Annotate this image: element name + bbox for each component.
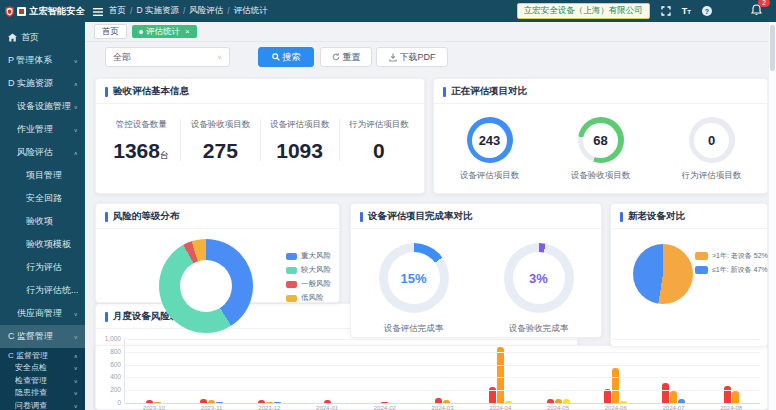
sidebar-item[interactable]: 行为评估统... [0, 279, 85, 302]
sidebar-item[interactable]: 设备设施管理∨ [0, 95, 85, 118]
gauge-chart: 15% [379, 243, 449, 313]
chevron-down-icon: ∨ [74, 58, 78, 64]
sidebar-menu: 首页P 管理体系∨D 实施资源∧设备设施管理∨作业管理∨风险评估∧项目管理安全回… [0, 22, 85, 348]
sidebar-item[interactable]: 验收项 [0, 210, 85, 233]
reset-button[interactable]: 重置 [320, 47, 372, 67]
bar-group: 2023-12 [240, 339, 298, 403]
help-icon[interactable]: ? [702, 6, 712, 16]
company-button[interactable]: 立宏安全设备（上海）有限公司 [517, 3, 650, 19]
risk-legend-swatch [286, 267, 297, 274]
bar [670, 391, 677, 403]
sidebar-item-label: 首页 [21, 31, 78, 44]
x-axis-tick-label: 2024-06 [587, 405, 645, 410]
card-device-age: 新老设备对比 >1年: 老设备 52% ≤1年: 新设备 47% [610, 203, 768, 347]
sidebar-item[interactable]: 行为评估 [0, 256, 85, 279]
notification-bell[interactable]: 2 [751, 2, 762, 20]
dashboard-app: 立宏智能安全 首页 / D 实施资源 / 风险评估 / 评估统计 立宏安全设备（… [0, 0, 776, 410]
chevron-down-icon: ∨ [74, 127, 78, 133]
sidebar-item-label: 行为评估统... [26, 284, 78, 297]
gauge-acceptance-completion: 3% 设备验收完成率 [484, 243, 594, 335]
gauge-chart: 3% [504, 243, 574, 313]
breadcrumb-item[interactable]: D 实施资源 [136, 5, 179, 17]
y-axis-tick-label: 200 [95, 387, 121, 394]
breadcrumb-item[interactable]: 风险评估 [189, 5, 223, 17]
tab-label: 评估统计 [146, 26, 180, 38]
sidebar-item-label: 行为评估 [26, 261, 78, 274]
gridline [125, 339, 760, 340]
sidebar-submenu-item[interactable]: 隐患排查∨ [0, 387, 85, 400]
scrollbar-thumb[interactable] [770, 25, 775, 71]
legend-item: ≤1年: 新设备 47% [695, 265, 768, 275]
sidebar-item[interactable]: D 实施资源∧ [0, 72, 85, 95]
page-scrollbar[interactable] [768, 22, 776, 410]
y-axis-tick-label: 1,000 [95, 336, 121, 343]
sidebar-submenu-item[interactable]: 检查管理∨ [0, 374, 85, 387]
risk-legend: 重大风险 较大风险 一般风险 低风险 [286, 251, 331, 307]
download-pdf-button[interactable]: 下载PDF [376, 47, 448, 67]
sidebar-item-label: 验收项模板 [26, 238, 78, 251]
card-title-bar [105, 212, 108, 222]
gauge-value: 15% [388, 252, 440, 304]
tab-bar: 首页 评估统计 × [85, 22, 776, 42]
gridline [125, 365, 760, 366]
card-title: 正在评估项目对比 [451, 85, 527, 98]
sidebar-item-label: 验收项 [26, 215, 78, 228]
gauge-value: 3% [513, 252, 565, 304]
progress-rings: 243 设备评估项目数 68 设备验收项目数 0 行为评估项目数 [434, 104, 767, 182]
fullscreen-icon[interactable] [661, 6, 671, 16]
gridline [125, 377, 760, 378]
breadcrumb-item[interactable]: 首页 [109, 5, 126, 17]
card-title-bar [105, 312, 108, 322]
sidebar-item-label: 风险评估 [17, 146, 74, 159]
x-axis-tick-label: 2024-04 [471, 405, 529, 410]
y-axis-tick-label: 800 [95, 349, 121, 356]
bar-group: 2024-02 [356, 339, 414, 403]
sidebar-submenu-item[interactable]: 安全点检∨ [0, 362, 85, 375]
ring-chart: 68 [578, 117, 624, 163]
sidebar-item-label: 安全回路 [26, 192, 78, 205]
sidebar-submenu-panel: C 监督管理∧安全点检∨检查管理∨隐患排查∨问卷调查∨ [0, 348, 85, 410]
card-title: 验收评估基本信息 [113, 85, 189, 98]
sidebar-item-label: 设备设施管理 [17, 100, 74, 113]
sidebar-item[interactable]: 首页 [0, 26, 85, 49]
sidebar-item[interactable]: 验收项模板 [0, 233, 85, 256]
font-size-icon[interactable]: TT [682, 7, 691, 16]
ring-behavior: 0 行为评估项目数 [664, 117, 760, 182]
bar [662, 383, 669, 403]
sidebar-submenu-item[interactable]: C 监督管理∧ [0, 349, 85, 362]
home-icon [8, 33, 17, 42]
menu-collapse-icon[interactable] [93, 2, 103, 20]
y-axis-tick-label: 400 [95, 374, 121, 381]
sidebar-submenu-item[interactable]: 问卷调查∨ [0, 399, 85, 410]
stat-managed-devices: 管控设备数量 1368台 [102, 119, 181, 161]
sidebar-item[interactable]: 风险评估∧ [0, 141, 85, 164]
card-risk-levels: 风险的等级分布 重大风险 较大风险 一般风险 低风险 [95, 203, 340, 303]
bar-group: 2024-07 [645, 339, 703, 403]
close-tab-icon[interactable]: × [185, 27, 190, 36]
bar-group: 2024-01 [298, 339, 356, 403]
breadcrumb-item[interactable]: 评估统计 [234, 5, 268, 17]
stat-behavior-items: 行为评估项目数 0 [340, 119, 418, 161]
x-axis-tick-label: 2024-05 [529, 405, 587, 410]
sidebar-item[interactable]: C 监督管理∨ [0, 325, 85, 348]
card-title-bar [360, 212, 363, 222]
sidebar-item[interactable]: 作业管理∨ [0, 118, 85, 141]
search-button[interactable]: 搜索 [258, 47, 314, 67]
filter-select[interactable]: 全部 ∨ [105, 47, 230, 67]
sidebar-item[interactable]: 项目管理 [0, 164, 85, 187]
risk-legend-swatch [286, 281, 297, 288]
chevron-up-icon: ∧ [74, 81, 78, 87]
card-title: 新老设备对比 [628, 210, 685, 223]
card-title-bar [620, 212, 623, 222]
active-tab-dot [139, 30, 143, 34]
sidebar-item[interactable]: 供应商管理∨ [0, 302, 85, 325]
sidebar-item[interactable]: 安全回路 [0, 187, 85, 210]
sidebar-item[interactable]: P 管理体系∨ [0, 49, 85, 72]
card-basic-info: 验收评估基本信息 管控设备数量 1368台 设备验收项目数 275 设备评估项目… [95, 78, 425, 194]
chevron-down-icon: ∨ [74, 104, 78, 110]
tab-home[interactable]: 首页 [94, 24, 127, 39]
refresh-icon [332, 53, 340, 61]
card-completion-rate: 设备评估项目完成率对比 15% 设备评估完成率 3% 设备验收完成率 [350, 203, 602, 338]
bar-group: 2024-04 [471, 339, 529, 403]
tab-assessment-stats[interactable]: 评估统计 × [132, 25, 197, 38]
